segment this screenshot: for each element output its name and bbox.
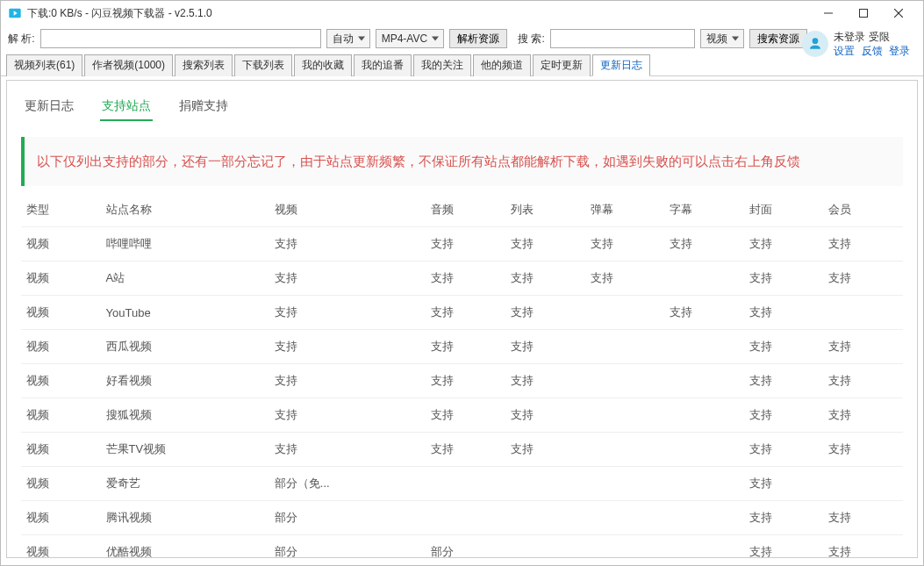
table-cell: 支持	[823, 433, 903, 467]
table-cell: 视频	[21, 433, 101, 467]
table-cell	[426, 467, 505, 501]
table-cell: 优酷视频	[101, 535, 269, 559]
svg-rect-1	[860, 10, 868, 18]
table-cell: 视频	[21, 398, 101, 433]
table-header: 站点名称	[101, 193, 269, 227]
table-cell	[505, 501, 585, 535]
table-cell: 支持	[823, 262, 903, 296]
table-row: 视频搜狐视频支持支持支持支持支持	[21, 398, 903, 433]
main-tab[interactable]: 视频列表(61)	[6, 54, 82, 76]
feedback-link[interactable]: 反馈	[862, 45, 883, 57]
table-cell	[664, 364, 744, 398]
table-cell: 支持	[426, 296, 505, 330]
toolbar: 解 析: 自动 MP4-AVC 解析资源 搜 索: 视频 搜索资源	[1, 25, 923, 52]
table-cell: 支持	[505, 296, 585, 330]
auto-select[interactable]: 自动	[326, 29, 370, 48]
table-cell: 支持	[505, 433, 585, 467]
table-cell: 支持	[269, 433, 426, 467]
content-panel: 更新日志支持站点捐赠支持 以下仅列出支持的部分，还有一部分忘记了，由于站点更新频…	[6, 80, 918, 558]
inner-tab[interactable]: 支持站点	[100, 93, 153, 121]
table-cell: 视频	[21, 535, 101, 559]
table-cell: 视频	[21, 501, 101, 535]
main-tab[interactable]: 作者视频(1000)	[84, 54, 173, 76]
search-input[interactable]	[550, 29, 695, 48]
table-cell: 支持	[505, 262, 585, 296]
support-table: 类型站点名称视频音频列表弹幕字幕封面会员 视频哔哩哔哩支持支持支持支持支持支持支…	[21, 193, 903, 558]
table-cell: 支持	[505, 227, 585, 262]
table-cell: 支持	[823, 364, 903, 398]
maximize-button[interactable]	[846, 3, 881, 24]
main-tab[interactable]: 我的关注	[413, 54, 471, 76]
table-cell: 腾讯视频	[101, 501, 269, 535]
settings-link[interactable]: 设置	[834, 45, 855, 57]
table-cell: 支持	[505, 398, 585, 433]
user-panel: 未登录 受限 设置 反馈 登录	[802, 30, 913, 58]
close-button[interactable]	[881, 3, 916, 24]
table-header: 封面	[744, 193, 824, 227]
table-cell: 支持	[269, 330, 426, 364]
table-cell: 部分（免...	[269, 467, 426, 501]
table-row: 视频爱奇艺部分（免...支持	[21, 467, 903, 501]
login-status: 未登录 受限	[834, 30, 913, 44]
inner-tabstrip: 更新日志支持站点捐赠支持	[7, 81, 917, 121]
titlebar: 下载:0 KB/s - 闪豆视频下载器 - v2.5.1.0	[1, 1, 923, 25]
table-cell	[505, 535, 585, 559]
table-cell: 支持	[426, 398, 505, 433]
inner-tab[interactable]: 捐赠支持	[177, 93, 230, 121]
table-cell: 支持	[269, 398, 426, 433]
table-cell: 视频	[21, 364, 101, 398]
table-cell: 支持	[823, 398, 903, 433]
main-tab[interactable]: 下载列表	[234, 54, 292, 76]
table-header: 视频	[269, 193, 426, 227]
main-tab[interactable]: 我的收藏	[294, 54, 352, 76]
table-cell: 支持	[744, 535, 824, 559]
main-tabstrip: 视频列表(61)作者视频(1000)搜索列表下载列表我的收藏我的追番我的关注他的…	[1, 54, 923, 76]
main-tab[interactable]: 他的频道	[473, 54, 531, 76]
table-row: 视频腾讯视频部分支持支持	[21, 501, 903, 535]
table-header: 类型	[21, 193, 101, 227]
table-cell: 支持	[744, 330, 824, 364]
format-select[interactable]: MP4-AVC	[376, 29, 444, 48]
table-cell	[585, 501, 665, 535]
table-cell	[823, 467, 903, 501]
table-cell: 支持	[505, 364, 585, 398]
main-tab[interactable]: 搜索列表	[175, 54, 233, 76]
table-row: 视频好看视频支持支持支持支持支持	[21, 364, 903, 398]
main-tab[interactable]: 更新日志	[592, 54, 650, 76]
table-cell: 支持	[744, 467, 824, 501]
search-label: 搜 索:	[518, 32, 545, 47]
inner-tab[interactable]: 更新日志	[23, 93, 75, 121]
table-cell	[664, 535, 744, 559]
table-row: 视频优酷视频部分部分支持支持	[21, 535, 903, 559]
table-header: 字幕	[664, 193, 744, 227]
table-cell: 支持	[744, 296, 824, 330]
minimize-button[interactable]	[811, 3, 846, 24]
table-cell: 视频	[21, 227, 101, 262]
main-tab[interactable]: 我的追番	[354, 54, 412, 76]
table-cell: 支持	[269, 227, 426, 262]
table-cell	[585, 535, 665, 559]
table-cell: 支持	[426, 433, 505, 467]
search-type-select[interactable]: 视频	[700, 29, 744, 48]
table-cell	[664, 467, 744, 501]
table-cell: 支持	[426, 227, 505, 262]
login-link[interactable]: 登录	[889, 45, 910, 57]
parse-button[interactable]: 解析资源	[449, 29, 507, 48]
table-cell: 支持	[744, 364, 824, 398]
app-icon	[8, 6, 22, 20]
table-cell	[664, 501, 744, 535]
parse-label: 解 析:	[8, 32, 35, 47]
table-header: 弹幕	[585, 193, 665, 227]
avatar[interactable]	[802, 31, 828, 57]
main-tab[interactable]: 定时更新	[533, 54, 591, 76]
table-row: 视频A站支持支持支持支持支持支持	[21, 262, 903, 296]
parse-input[interactable]	[40, 29, 321, 48]
table-cell	[426, 501, 505, 535]
search-button[interactable]: 搜索资源	[749, 29, 807, 48]
table-cell: 支持	[664, 227, 744, 262]
table-cell: 支持	[744, 433, 824, 467]
table-cell: 支持	[585, 227, 665, 262]
table-cell	[505, 467, 585, 501]
table-cell	[664, 330, 744, 364]
notice-banner: 以下仅列出支持的部分，还有一部分忘记了，由于站点更新频繁，不保证所有站点都能解析…	[21, 137, 903, 186]
